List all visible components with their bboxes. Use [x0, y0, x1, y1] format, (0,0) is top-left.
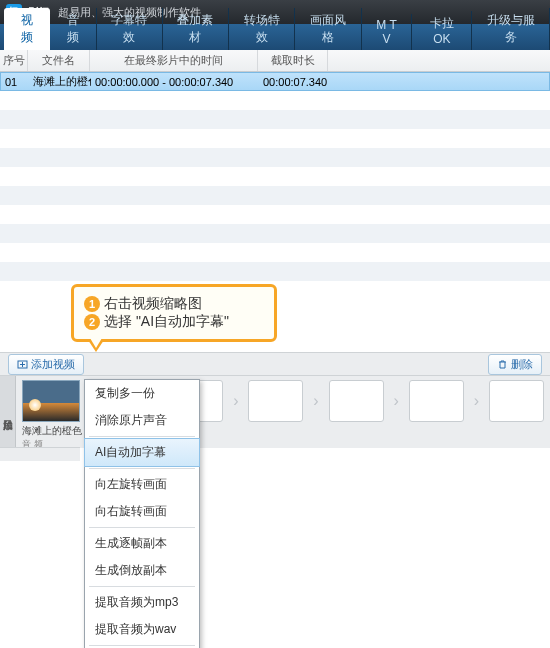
- table-row[interactable]: [0, 262, 550, 281]
- table-row[interactable]: 01 海滩上的橙色.. 00:00:00.000 - 00:00:07.340 …: [0, 72, 550, 91]
- cell-index: 01: [1, 76, 29, 88]
- chevron-right-icon: ›: [390, 380, 403, 422]
- chevron-right-icon: ›: [309, 380, 322, 422]
- table-row[interactable]: [0, 224, 550, 243]
- timeline-label: 已添加片段: [0, 376, 16, 448]
- table-row[interactable]: [0, 243, 550, 262]
- ctx-mute-original[interactable]: 消除原片声音: [85, 407, 199, 434]
- empty-slot[interactable]: [409, 380, 464, 422]
- main-tabbar: 视 频 音 频 字幕特效 叠加素材 转场特效 画面风格 M T V 卡拉OK 升…: [0, 24, 550, 50]
- menu-separator: [89, 436, 195, 437]
- delete-button[interactable]: 删除: [488, 354, 542, 375]
- column-header: 序号 文件名 在最终影片中的时间 截取时长: [0, 50, 550, 72]
- table-row[interactable]: [0, 110, 550, 129]
- ctx-extract-wav[interactable]: 提取音频为wav: [85, 616, 199, 643]
- step1-text: 右击视频缩略图: [104, 295, 202, 311]
- step-badge: 2: [84, 314, 100, 330]
- empty-slot[interactable]: [248, 380, 303, 422]
- table-row[interactable]: [0, 91, 550, 110]
- ctx-frame-copy[interactable]: 生成逐帧副本: [85, 530, 199, 557]
- timeline-toolbar: 添加视频 删除: [0, 352, 550, 376]
- ctx-reverse-copy[interactable]: 生成倒放副本: [85, 557, 199, 584]
- context-menu: 复制多一份 消除原片声音 AI自动加字幕 向左旋转画面 向右旋转画面 生成逐帧副…: [84, 379, 200, 648]
- empty-slot[interactable]: [489, 380, 544, 422]
- ctx-rotate-left[interactable]: 向左旋转画面: [85, 471, 199, 498]
- col-filename: 文件名: [28, 50, 90, 71]
- tab-style[interactable]: 画面风格: [295, 8, 361, 50]
- step2-text: 选择 "AI自动加字幕": [104, 313, 229, 329]
- table-row[interactable]: [0, 167, 550, 186]
- callout-tail: [90, 338, 102, 348]
- menu-separator: [89, 468, 195, 469]
- trash-icon: [497, 359, 508, 370]
- timeline: 已添加片段 海滩上的橙色.. 音 频 › › › › ›: [0, 376, 550, 448]
- plus-icon: [17, 359, 28, 370]
- tab-mtv[interactable]: M T V: [362, 14, 413, 50]
- menu-separator: [89, 645, 195, 646]
- col-time: 在最终影片中的时间: [90, 50, 258, 71]
- cell-name: 海滩上的橙色..: [29, 74, 91, 89]
- table-row[interactable]: [0, 129, 550, 148]
- instruction-callout: 1右击视频缩略图 2选择 "AI自动加字幕": [71, 284, 277, 342]
- tab-overlay[interactable]: 叠加素材: [163, 8, 229, 50]
- step-badge: 1: [84, 296, 100, 312]
- ctx-copy[interactable]: 复制多一份: [85, 380, 199, 407]
- tab-audio[interactable]: 音 频: [50, 8, 97, 50]
- col-duration: 截取时长: [258, 50, 328, 71]
- cell-dur: 00:00:07.340: [259, 76, 329, 88]
- tab-karaoke[interactable]: 卡拉OK: [412, 11, 472, 50]
- chevron-right-icon: ›: [470, 380, 483, 422]
- ctx-extract-mp3[interactable]: 提取音频为mp3: [85, 589, 199, 616]
- col-index: 序号: [0, 50, 28, 71]
- chevron-right-icon: ›: [229, 380, 242, 422]
- clip-thumbnail[interactable]: 海滩上的橙色.. 音 频: [22, 380, 82, 448]
- tab-transition[interactable]: 转场特效: [229, 8, 295, 50]
- table-row[interactable]: [0, 148, 550, 167]
- table-row[interactable]: [0, 205, 550, 224]
- thumbnail-name: 海滩上的橙色..: [22, 424, 82, 438]
- tab-subtitle[interactable]: 字幕特效: [97, 8, 163, 50]
- ctx-ai-subtitle[interactable]: AI自动加字幕: [84, 438, 200, 467]
- bottom-strip: [0, 447, 80, 461]
- menu-separator: [89, 586, 195, 587]
- menu-separator: [89, 527, 195, 528]
- empty-slot[interactable]: [329, 380, 384, 422]
- tab-video[interactable]: 视 频: [4, 8, 50, 50]
- table-row[interactable]: [0, 186, 550, 205]
- add-video-button[interactable]: 添加视频: [8, 354, 84, 375]
- cell-time: 00:00:00.000 - 00:00:07.340: [91, 76, 259, 88]
- thumbnail-image: [22, 380, 80, 422]
- clip-list: 01 海滩上的橙色.. 00:00:00.000 - 00:00:07.340 …: [0, 72, 550, 300]
- ctx-rotate-right[interactable]: 向右旋转画面: [85, 498, 199, 525]
- tab-upgrade[interactable]: 升级与服务: [472, 8, 550, 50]
